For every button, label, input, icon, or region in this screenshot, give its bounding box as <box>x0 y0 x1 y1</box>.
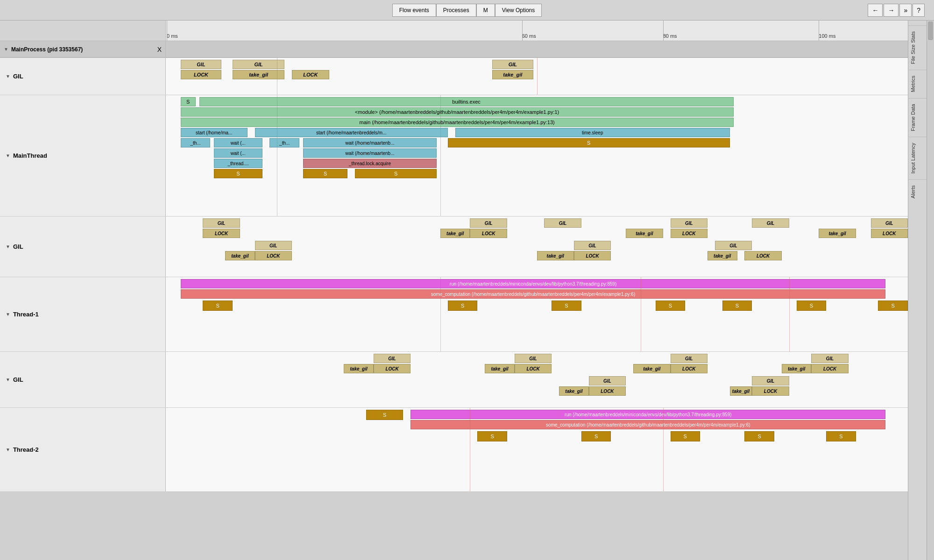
t1-computation[interactable]: some_computation (/home/maartenbreddels/… <box>181 289 886 299</box>
gil2-b1[interactable]: GIL <box>203 218 240 228</box>
t1-s3[interactable]: S <box>552 301 581 311</box>
mt-s-2[interactable]: S <box>214 169 262 178</box>
process-close-button[interactable]: X <box>157 46 162 53</box>
gil2-lock5[interactable]: LOCK <box>255 251 292 260</box>
gil2-lock3[interactable]: LOCK <box>671 229 708 238</box>
mt-th-1[interactable]: _th... <box>181 138 211 147</box>
gil3-takegil4[interactable]: take_gil <box>782 364 812 373</box>
sidebar-tab-framedata[interactable]: Frame Data <box>908 98 927 137</box>
mt-wait-3[interactable]: wait (... <box>214 148 262 158</box>
gil2-b6[interactable]: GIL <box>871 218 908 228</box>
thread2-collapse-icon[interactable]: ▼ <box>6 447 10 452</box>
sidebar-tab-alerts[interactable]: Alerts <box>908 179 927 204</box>
gil2-takegil1[interactable]: take_gil <box>440 229 470 238</box>
gil2-takegil4[interactable]: take_gil <box>225 251 255 260</box>
thread1-collapse-icon[interactable]: ▼ <box>6 312 10 317</box>
mt-threadlock-1[interactable]: _thread.... <box>214 159 262 168</box>
t2-s2[interactable]: S <box>581 431 611 441</box>
t2-computation[interactable]: some_computation (/home/maartenbreddels/… <box>410 420 885 429</box>
mt-s-label[interactable]: S <box>181 97 196 106</box>
gil2-b4[interactable]: GIL <box>671 218 708 228</box>
t1-s6[interactable]: S <box>797 301 827 311</box>
mt-wait-1[interactable]: wait (... <box>214 138 262 147</box>
content-area[interactable]: ▼ MainProcess (pid 3353567) X ▼ GIL <box>0 41 908 560</box>
processes-button[interactable]: Processes <box>436 4 476 17</box>
gil3-b2[interactable]: GIL <box>515 354 552 363</box>
gil2-lock4[interactable]: LOCK <box>871 229 908 238</box>
t2-s5[interactable]: S <box>826 431 856 441</box>
mt-start-2[interactable]: start (/home/maartenbreddels/m... <box>255 128 448 137</box>
gil1-lock-1[interactable]: LOCK <box>181 70 221 79</box>
gil2-collapse-icon[interactable]: ▼ <box>6 244 10 249</box>
gil2-b2[interactable]: GIL <box>470 218 507 228</box>
gil2-b7[interactable]: GIL <box>255 241 292 250</box>
gil1-lock-2[interactable]: LOCK <box>292 70 329 79</box>
gil3-lock1[interactable]: LOCK <box>374 364 410 373</box>
gil3-lock6[interactable]: LOCK <box>752 386 789 396</box>
scrollbar-track[interactable] <box>927 21 934 560</box>
gil2-b5[interactable]: GIL <box>752 218 789 228</box>
t2-s4[interactable]: S <box>744 431 774 441</box>
mt-module[interactable]: <module> (/home/maartenbreddels/github/m… <box>181 107 734 117</box>
mt-s-big[interactable]: S <box>448 138 730 147</box>
gil2-lock6[interactable]: LOCK <box>574 251 611 260</box>
gil3-lock5[interactable]: LOCK <box>589 386 626 396</box>
gil3-b3[interactable]: GIL <box>671 354 708 363</box>
scrollbar-thumb[interactable] <box>928 21 933 40</box>
nav-left-button[interactable]: ← <box>868 4 883 17</box>
gil2-b3[interactable]: GIL <box>544 218 581 228</box>
t1-s7[interactable]: S <box>878 301 908 311</box>
gil3-b6[interactable]: GIL <box>752 376 789 385</box>
mt-s-3[interactable]: S <box>303 169 347 178</box>
gil2-lock7[interactable]: LOCK <box>744 251 781 260</box>
sidebar-tab-inputlatency[interactable]: Input Latency <box>908 137 927 179</box>
t2-s-start[interactable]: S <box>366 410 403 420</box>
gil3-b5[interactable]: GIL <box>589 376 626 385</box>
gil3-lock3[interactable]: LOCK <box>671 364 708 373</box>
t2-run[interactable]: run (/home/maartenbreddels/miniconda/env… <box>410 410 885 419</box>
mt-wait-4[interactable]: wait (/home/maartenb... <box>303 148 437 158</box>
nav-right-button[interactable]: → <box>884 4 899 17</box>
gil3-takegil5[interactable]: take_gil <box>559 386 589 396</box>
gil2-b8[interactable]: GIL <box>574 241 611 250</box>
mt-start-1[interactable]: start (/home/ma... <box>181 128 248 137</box>
gil3-takegil3[interactable]: take_gil <box>633 364 670 373</box>
mt-th-2[interactable]: _th... <box>269 138 299 147</box>
process-collapse-icon[interactable]: ▼ <box>4 47 8 52</box>
gil3-takegil2[interactable]: take_gil <box>485 364 515 373</box>
mt-builtins-exec[interactable]: builtins.exec <box>199 97 734 106</box>
gil3-collapse-icon[interactable]: ▼ <box>6 377 10 382</box>
gil3-takegil6[interactable]: take_gil <box>730 386 752 396</box>
view-options-button[interactable]: View Options <box>495 4 542 17</box>
gil2-b9[interactable]: GIL <box>715 241 752 250</box>
flow-events-button[interactable]: Flow events <box>392 4 436 17</box>
t1-s2[interactable]: S <box>448 301 478 311</box>
gil1-block-1[interactable]: GIL <box>181 60 221 69</box>
gil3-b1[interactable]: GIL <box>374 354 410 363</box>
mainthread-collapse-icon[interactable]: ▼ <box>6 153 10 158</box>
gil2-takegil2[interactable]: take_gil <box>626 229 663 238</box>
nav-double-right-button[interactable]: » <box>899 4 912 17</box>
gil1-collapse-icon[interactable]: ▼ <box>6 74 10 79</box>
t1-s5[interactable]: S <box>722 301 752 311</box>
gil2-lock1[interactable]: LOCK <box>203 229 240 238</box>
gil2-takegil5[interactable]: take_gil <box>537 251 574 260</box>
gil2-lock2[interactable]: LOCK <box>470 229 507 238</box>
mt-threadlock-2[interactable]: _thread.lock.acquire <box>303 159 437 168</box>
gil3-takegil1[interactable]: take_gil <box>344 364 374 373</box>
gil2-takegil3[interactable]: take_gil <box>819 229 856 238</box>
t2-s3[interactable]: S <box>671 431 700 441</box>
gil3-lock4[interactable]: LOCK <box>811 364 848 373</box>
sidebar-tab-metrics[interactable]: Metrics <box>908 70 927 98</box>
gil3-lock2[interactable]: LOCK <box>515 364 552 373</box>
gil3-b4[interactable]: GIL <box>811 354 848 363</box>
t1-s4[interactable]: S <box>656 301 686 311</box>
gil2-takegil6[interactable]: take_gil <box>708 251 737 260</box>
t2-s1[interactable]: S <box>477 431 507 441</box>
help-button[interactable]: ? <box>913 4 925 17</box>
mt-s-4[interactable]: S <box>355 169 437 178</box>
mt-main[interactable]: main (/home/maartenbreddels/github/maart… <box>181 118 734 127</box>
t1-s1[interactable]: S <box>203 301 233 311</box>
t1-run[interactable]: run (/home/maartenbreddels/miniconda/env… <box>181 279 886 288</box>
gil1-takegil-2[interactable]: take_gil <box>492 70 533 79</box>
